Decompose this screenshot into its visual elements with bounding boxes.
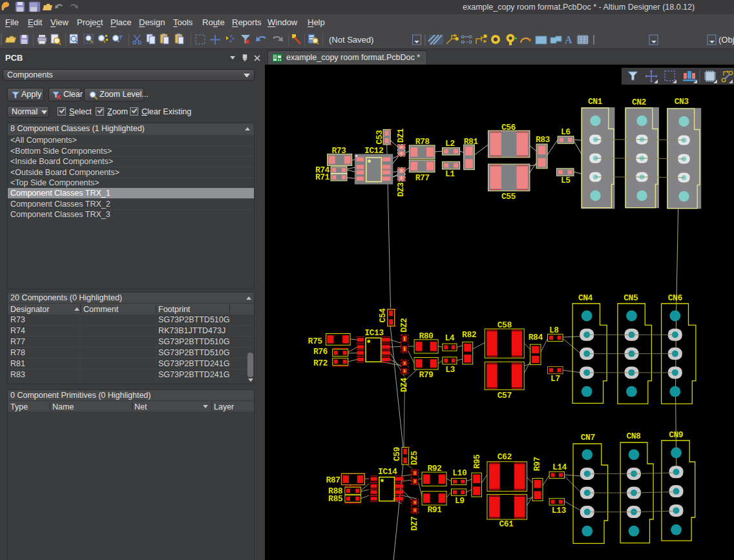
svg-text:R83: R83 bbox=[536, 135, 550, 145]
svg-text:R73: R73 bbox=[332, 146, 347, 156]
svg-text:C54: C54 bbox=[378, 308, 388, 323]
svg-text:L9: L9 bbox=[455, 496, 465, 506]
svg-text:C61: C61 bbox=[499, 519, 514, 529]
svg-text:C53: C53 bbox=[375, 130, 384, 145]
svg-text:CN6: CN6 bbox=[668, 293, 683, 303]
svg-text:CN9: CN9 bbox=[669, 430, 684, 440]
svg-text:R95: R95 bbox=[472, 454, 482, 469]
svg-text:L1: L1 bbox=[445, 169, 455, 179]
svg-text:R87: R87 bbox=[326, 475, 340, 485]
svg-text:CN3: CN3 bbox=[675, 97, 689, 107]
svg-text:DZ7: DZ7 bbox=[410, 517, 419, 531]
svg-text:DZ5: DZ5 bbox=[410, 450, 419, 465]
svg-text:R80: R80 bbox=[419, 331, 434, 341]
svg-text:R92: R92 bbox=[428, 464, 443, 473]
svg-text:(Obj: (Obj bbox=[718, 35, 734, 45]
svg-text:R85: R85 bbox=[328, 494, 343, 504]
svg-text:R82: R82 bbox=[462, 330, 477, 340]
svg-text:CN5: CN5 bbox=[624, 293, 638, 303]
svg-text:L14: L14 bbox=[552, 462, 567, 472]
svg-text:CN4: CN4 bbox=[578, 293, 593, 303]
svg-text:L3: L3 bbox=[445, 365, 455, 375]
svg-text:R75: R75 bbox=[308, 337, 323, 346]
svg-text:IC14: IC14 bbox=[378, 467, 397, 477]
svg-text:R81: R81 bbox=[464, 137, 479, 147]
svg-text:L13: L13 bbox=[552, 506, 567, 515]
svg-text:CN7: CN7 bbox=[581, 433, 595, 442]
svg-text:A: A bbox=[565, 34, 572, 45]
svg-text:C62: C62 bbox=[498, 452, 512, 462]
svg-text:C56: C56 bbox=[501, 123, 516, 132]
svg-text:DZ4: DZ4 bbox=[399, 377, 409, 392]
svg-text:L7: L7 bbox=[550, 374, 560, 384]
svg-text:R72: R72 bbox=[313, 358, 328, 368]
svg-text:DZ3: DZ3 bbox=[396, 182, 406, 197]
svg-text:CN1: CN1 bbox=[588, 97, 603, 107]
svg-text:R79: R79 bbox=[419, 370, 434, 380]
svg-text:R77: R77 bbox=[415, 173, 430, 183]
svg-text:L4: L4 bbox=[445, 333, 454, 343]
svg-text:R91: R91 bbox=[428, 505, 443, 515]
svg-text:DZ2: DZ2 bbox=[399, 318, 409, 333]
svg-text:R76: R76 bbox=[313, 347, 328, 357]
svg-text:C59: C59 bbox=[392, 446, 402, 461]
svg-text:L10: L10 bbox=[452, 468, 467, 478]
svg-text:CN2: CN2 bbox=[632, 98, 647, 107]
svg-text:L5: L5 bbox=[561, 176, 571, 185]
svg-text:CN8: CN8 bbox=[626, 431, 641, 441]
svg-text:R84: R84 bbox=[529, 333, 543, 342]
svg-text:R97: R97 bbox=[533, 457, 543, 471]
svg-text:L6: L6 bbox=[561, 127, 571, 137]
svg-text:C55: C55 bbox=[501, 192, 516, 202]
svg-text:R78: R78 bbox=[415, 137, 430, 147]
svg-text:L8: L8 bbox=[549, 326, 559, 335]
svg-text:DZ1: DZ1 bbox=[396, 128, 406, 143]
svg-text:R71: R71 bbox=[315, 172, 330, 182]
svg-text:C57: C57 bbox=[498, 391, 512, 400]
svg-text:IC13: IC13 bbox=[364, 328, 384, 338]
svg-text:IC12: IC12 bbox=[364, 146, 384, 156]
svg-text:L2: L2 bbox=[445, 139, 455, 149]
svg-text:(Not Saved): (Not Saved) bbox=[329, 35, 373, 45]
svg-text:C58: C58 bbox=[498, 320, 512, 330]
